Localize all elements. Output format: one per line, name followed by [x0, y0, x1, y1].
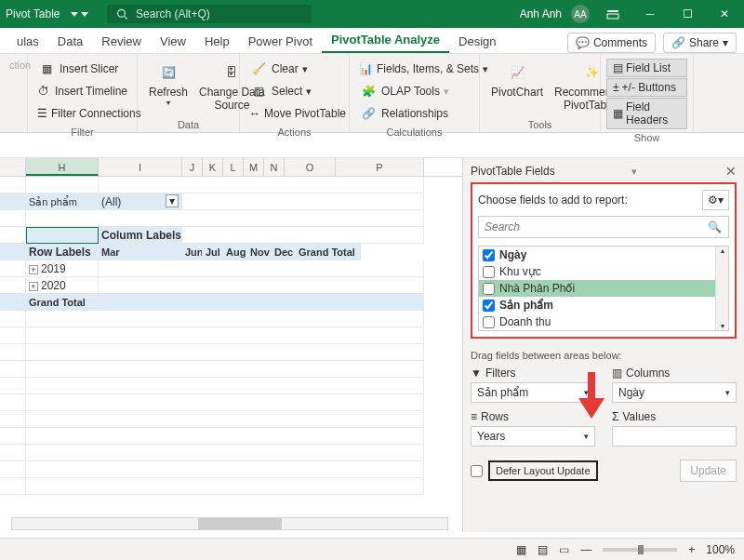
field-checkbox[interactable] — [483, 266, 495, 278]
close-icon[interactable]: ✕ — [725, 164, 737, 179]
horizontal-scrollbar[interactable] — [11, 517, 448, 530]
tab-pivottable-analyze[interactable]: PivotTable Analyze — [322, 28, 449, 53]
refresh-button[interactable]: 🔄Refresh▾ — [143, 58, 193, 113]
year-row[interactable]: +2019 — [26, 260, 99, 277]
share-button[interactable]: 🔗 Share ▾ — [663, 33, 737, 53]
tab-review[interactable]: Review — [92, 30, 151, 53]
view-normal-icon[interactable]: ▦ — [516, 543, 526, 556]
fields-icon: 📊 — [359, 60, 373, 78]
year-row[interactable]: +2020 — [26, 277, 99, 294]
insert-slicer-button[interactable]: ▦Insert Slicer — [33, 58, 131, 80]
col-header[interactable]: H — [26, 158, 99, 176]
tab-data[interactable]: Data — [48, 30, 92, 53]
insert-timeline-button[interactable]: ⏱Insert Timeline — [33, 80, 131, 102]
search-box[interactable] — [107, 5, 312, 23]
month-header: Jul — [203, 244, 223, 260]
filter-icon: ▼ — [471, 367, 482, 380]
tab-design[interactable]: Design — [449, 30, 505, 53]
pivottable-button[interactable]: ction — [6, 58, 21, 73]
col-header[interactable]: I — [99, 158, 182, 176]
scrollbar[interactable]: ▴▾ — [715, 247, 728, 330]
field-list[interactable]: Ngày Khu vực Nhà Phân Phối▾ Sản phẩm Doa… — [478, 246, 729, 331]
filter-value[interactable]: (All)▾ — [99, 193, 182, 210]
relationships-button[interactable]: 🔗Relationships — [355, 102, 473, 125]
zoom-in-icon[interactable]: + — [688, 543, 695, 556]
select-button[interactable]: ◫Select ▾ — [246, 80, 343, 102]
column-labels-cell[interactable]: Column Labels▾ — [99, 227, 182, 244]
group-label: Actions — [246, 127, 343, 138]
col-header[interactable]: L — [223, 158, 244, 176]
rows-area-title: ≡Rows — [471, 410, 595, 423]
grand-total-header: Grand Total — [296, 244, 361, 260]
maximize-icon[interactable]: ☐ — [673, 0, 701, 28]
field-checkbox[interactable] — [483, 249, 495, 261]
plusminus-icon: ± — [613, 81, 619, 94]
field-checkbox[interactable] — [483, 300, 495, 312]
avatar[interactable]: AA — [571, 5, 590, 23]
clear-button[interactable]: 🧹Clear ▾ — [246, 58, 343, 80]
tab-help[interactable]: Help — [195, 30, 239, 53]
field-item[interactable]: Sản phẩm — [479, 297, 728, 313]
gear-icon[interactable]: ⚙▾ — [702, 190, 729, 210]
defer-checkbox[interactable] — [471, 465, 483, 477]
month-header: Jun — [182, 244, 203, 260]
zoom-out-icon[interactable]: — — [580, 543, 591, 556]
defer-layout-label: Defer Layout Update — [488, 460, 598, 481]
chevron-down-icon[interactable]: ▾ — [725, 388, 730, 397]
annotation-arrow-icon — [578, 372, 604, 419]
move-pivottable-button[interactable]: ↔Move PivotTable — [246, 102, 343, 125]
col-header[interactable]: J — [182, 158, 203, 176]
ribbon-mode-icon[interactable] — [599, 0, 627, 28]
filters-area-item[interactable]: Sản phẩm▾ — [471, 382, 595, 403]
field-item[interactable]: Nhà Phân Phối▾ — [479, 280, 728, 297]
field-checkbox[interactable] — [483, 316, 495, 328]
chevron-down-icon[interactable]: ▾ — [166, 194, 179, 207]
fields-items-sets-button[interactable]: 📊Fields, Items, & Sets ▾ — [355, 58, 473, 80]
minimize-icon[interactable]: ─ — [636, 0, 664, 28]
update-button[interactable]: Update — [680, 460, 737, 482]
col-header[interactable]: K — [203, 158, 223, 176]
field-item[interactable]: Khu vực — [479, 263, 728, 280]
spreadsheet-grid[interactable]: H I J K L M N O P Sản phẩm (All)▾ Column… — [0, 158, 462, 532]
filter-connections-button[interactable]: ☰Filter Connections — [33, 102, 131, 125]
active-cell[interactable] — [26, 227, 99, 244]
close-icon[interactable]: ✕ — [711, 0, 738, 28]
view-page-icon[interactable]: ▤ — [538, 543, 548, 556]
tab-powerpivot[interactable]: Power Pivot — [239, 30, 322, 53]
field-list-toggle[interactable]: ▤Field List — [606, 59, 687, 77]
col-header[interactable]: M — [244, 158, 264, 176]
pivotchart-button[interactable]: 📈PivotChart — [485, 58, 549, 113]
values-area[interactable] — [612, 426, 737, 447]
expand-icon[interactable]: + — [29, 265, 38, 274]
tab-view[interactable]: View — [151, 30, 195, 53]
col-header[interactable]: O — [285, 158, 336, 176]
ribbon-tabs: ulas Data Review View Help Power Pivot P… — [0, 28, 744, 54]
zoom-level[interactable]: 100% — [706, 543, 735, 556]
field-headers-toggle[interactable]: ▦Field Headers — [606, 98, 687, 129]
search-input[interactable] — [136, 7, 302, 20]
row-labels-cell[interactable]: Row Labels▾ — [26, 244, 99, 260]
field-item[interactable]: Doanh thu — [479, 313, 728, 330]
col-header[interactable]: N — [264, 158, 285, 176]
chevron-down-icon[interactable] — [71, 12, 78, 17]
svg-line-1 — [125, 16, 127, 19]
chevron-down-icon[interactable]: ▾ — [584, 432, 589, 441]
col-header[interactable]: P — [336, 158, 424, 176]
comments-button[interactable]: 💬 Comments — [567, 33, 656, 53]
clear-icon: 🧹 — [249, 60, 268, 78]
view-break-icon[interactable]: ▭ — [559, 543, 569, 556]
rows-area-item[interactable]: Years▾ — [471, 426, 595, 447]
chevron-down-icon[interactable] — [81, 12, 88, 17]
expand-icon[interactable]: + — [29, 282, 38, 291]
user-name[interactable]: Anh Anh — [520, 7, 562, 20]
group-label: Calculations — [355, 127, 473, 138]
field-checkbox[interactable] — [483, 283, 495, 295]
field-search-input[interactable] — [478, 216, 729, 238]
zoom-slider[interactable] — [603, 548, 677, 552]
chevron-down-icon[interactable]: ▾ — [631, 166, 637, 178]
field-item[interactable]: Ngày — [479, 247, 728, 263]
columns-area-item[interactable]: Ngày▾ — [612, 382, 737, 403]
plus-minus-toggle[interactable]: ±+/- Buttons — [606, 78, 687, 97]
olap-tools-button[interactable]: 🧩OLAP Tools ▾ — [355, 80, 473, 102]
tab-formulas[interactable]: ulas — [7, 30, 48, 53]
